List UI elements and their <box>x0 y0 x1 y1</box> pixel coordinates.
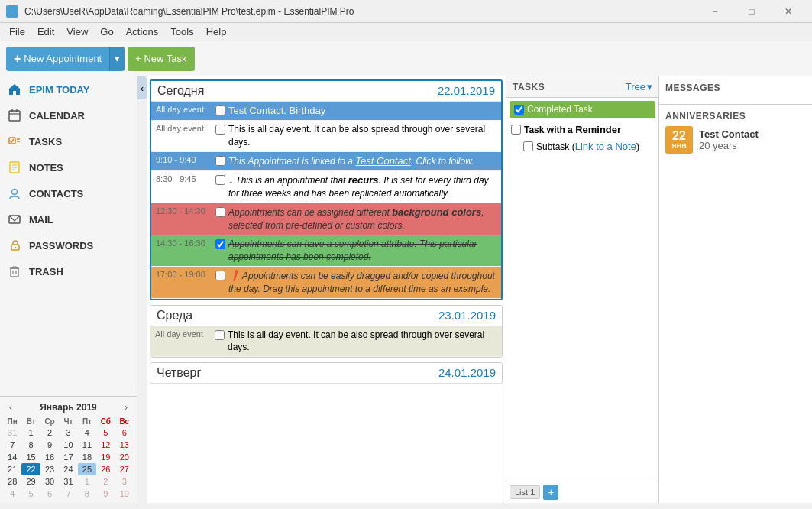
mini-cal-day[interactable]: 3 <box>115 475 134 488</box>
mini-cal-day[interactable]: 31 <box>3 426 21 439</box>
mini-cal-day[interactable]: 31 <box>59 475 77 488</box>
sidebar-item-epim-today[interactable]: EPIM TODAY <box>0 76 137 102</box>
appt-checkbox[interactable] <box>215 125 225 135</box>
menu-view[interactable]: View <box>60 24 94 39</box>
mini-cal-day[interactable]: 2 <box>40 426 59 439</box>
mini-cal-day[interactable]: 13 <box>115 439 134 451</box>
tasks-tree-button[interactable]: Tree ▾ <box>626 81 652 92</box>
menu-actions[interactable]: Actions <box>120 24 165 39</box>
content-area: Сегодня 22.01.2019 All day event Test Co… <box>147 76 812 503</box>
calendar-icon <box>6 107 23 124</box>
sidebar-item-tasks[interactable]: TASKS <box>0 128 137 154</box>
mini-cal-day-selected[interactable]: 25 <box>78 463 96 475</box>
mini-cal-day[interactable]: 9 <box>40 439 59 451</box>
mini-cal-day[interactable]: 8 <box>21 439 40 451</box>
mini-cal-day[interactable]: 29 <box>21 475 40 488</box>
messages-title: MESSAGES <box>665 83 806 93</box>
mini-cal-day[interactable]: 19 <box>96 451 115 463</box>
mini-cal-day[interactable]: 2 <box>96 475 115 488</box>
mini-cal-day[interactable]: 7 <box>3 439 21 451</box>
day-header-mon: Пн <box>3 417 21 426</box>
warning-icon: ❗ <box>228 270 241 281</box>
mini-cal-day[interactable]: 8 <box>78 488 96 500</box>
plus-icon: + <box>14 52 21 66</box>
appt-content: Test Contact. Birthday <box>212 102 501 120</box>
mini-cal-day[interactable]: 23 <box>40 463 59 475</box>
mini-cal-day[interactable]: 10 <box>59 439 77 451</box>
mini-cal-day[interactable]: 5 <box>21 488 40 500</box>
mini-cal-day[interactable]: 5 <box>96 426 115 439</box>
mini-cal-day[interactable]: 4 <box>78 426 96 439</box>
menu-tools[interactable]: Tools <box>164 24 199 39</box>
sidebar-item-trash[interactable]: TRASH <box>0 258 137 284</box>
appt-checkbox[interactable] <box>215 271 225 280</box>
day-header-today: Сегодня 22.01.2019 <box>151 81 501 102</box>
mini-cal-day[interactable]: 4 <box>3 488 21 500</box>
menu-help[interactable]: Help <box>200 24 233 39</box>
contact-link[interactable]: Test Contact <box>228 105 283 116</box>
mini-cal-day[interactable]: 14 <box>3 451 21 463</box>
sidebar-item-notes[interactable]: NOTES <box>0 154 137 180</box>
appt-checkbox[interactable] <box>215 330 225 340</box>
appt-checkbox[interactable] <box>215 207 225 217</box>
appt-checkbox[interactable] <box>215 156 225 166</box>
sidebar-collapse-button[interactable]: ‹ <box>137 76 147 99</box>
day-header-fri: Пт <box>78 417 96 426</box>
mini-cal-day[interactable]: 21 <box>3 463 21 475</box>
mini-cal-day[interactable]: 17 <box>59 451 77 463</box>
appt-time: All day event <box>150 326 212 342</box>
appt-checkbox[interactable] <box>215 175 225 185</box>
menu-go[interactable]: Go <box>94 24 119 39</box>
mini-cal-day[interactable]: 1 <box>21 426 40 439</box>
menu-edit[interactable]: Edit <box>31 24 60 39</box>
mini-calendar: ‹ Январь 2019 › Пн Вт Ср Чт Пт Сб Вс 31 … <box>0 396 137 503</box>
mini-cal-day[interactable]: 15 <box>21 451 40 463</box>
mini-cal-day[interactable]: 6 <box>40 488 59 500</box>
sidebar-item-contacts[interactable]: CONTACTS <box>0 180 137 206</box>
task-checkbox[interactable] <box>514 105 524 115</box>
mini-cal-day[interactable]: 7 <box>59 488 77 500</box>
sidebar-item-mail[interactable]: MAIL <box>0 206 137 232</box>
mini-cal-day[interactable]: 1 <box>78 475 96 488</box>
sidebar-label-mail: MAIL <box>29 214 53 225</box>
maximize-button[interactable]: □ <box>734 0 769 23</box>
tasks-icon <box>6 133 23 150</box>
add-list-button[interactable]: + <box>543 485 558 500</box>
prev-month-button[interactable]: ‹ <box>6 401 15 413</box>
appt-checkbox[interactable] <box>215 239 225 249</box>
appt-checkbox[interactable] <box>215 105 225 115</box>
mini-cal-day[interactable]: 9 <box>96 488 115 500</box>
task-text: Completed Task <box>527 103 593 116</box>
list-tab-button[interactable]: List 1 <box>510 485 540 499</box>
appt-time: 14:30 - 16:30 <box>151 235 212 251</box>
mini-cal-day[interactable]: 26 <box>96 463 115 475</box>
mini-cal-day-today[interactable]: 22 <box>21 463 40 475</box>
mini-cal-day[interactable]: 18 <box>78 451 96 463</box>
new-appointment-dropdown[interactable]: ▾ <box>109 47 125 71</box>
appt-time: All day event <box>151 102 212 117</box>
mini-cal-day[interactable]: 3 <box>59 426 77 439</box>
task-checkbox[interactable] <box>523 141 533 151</box>
mini-cal-day[interactable]: 28 <box>3 475 21 488</box>
close-button[interactable]: ✕ <box>771 0 806 23</box>
task-checkbox[interactable] <box>511 125 521 135</box>
mini-cal-day[interactable]: 11 <box>78 439 96 451</box>
next-month-button[interactable]: › <box>121 401 131 413</box>
mini-cal-day[interactable]: 24 <box>59 463 77 475</box>
sidebar-item-passwords[interactable]: PASSWORDS <box>0 232 137 258</box>
new-appointment-button[interactable]: + New Appointment <box>6 47 109 71</box>
new-task-button[interactable]: + New Task <box>128 47 194 71</box>
mini-cal-day[interactable]: 10 <box>115 488 134 500</box>
appointment-row: All day event This is all day event. It … <box>151 121 501 152</box>
menu-file[interactable]: File <box>3 24 31 39</box>
minimize-button[interactable]: − <box>697 0 733 23</box>
sidebar-item-calendar[interactable]: CALENDAR <box>0 102 137 128</box>
contact-link[interactable]: Test Contact <box>355 155 411 167</box>
mini-cal-day[interactable]: 20 <box>115 451 134 463</box>
mini-cal-day[interactable]: 30 <box>40 475 59 488</box>
note-link[interactable]: Link to a Note <box>575 141 636 152</box>
mini-cal-day[interactable]: 16 <box>40 451 59 463</box>
mini-cal-day[interactable]: 6 <box>115 426 134 439</box>
mini-cal-day[interactable]: 27 <box>115 463 134 475</box>
mini-cal-day[interactable]: 12 <box>96 439 115 451</box>
